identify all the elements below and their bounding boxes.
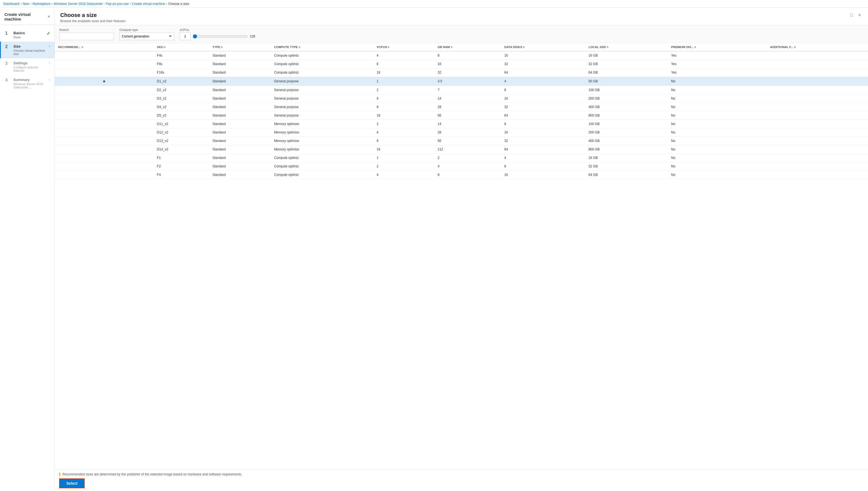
cell-recommended bbox=[55, 137, 154, 145]
cell-type: Standard bbox=[209, 77, 271, 86]
wizard-step-settings[interactable]: 3 Settings Configure optional features › bbox=[0, 58, 54, 75]
table-row[interactable]: D12_v2StandardMemory optimize42816200 GB… bbox=[55, 128, 868, 137]
panel-title: Choose a size bbox=[60, 12, 126, 18]
footer-note-text: Recommended sizes are determined by the … bbox=[62, 472, 242, 476]
breadcrumb-create-vm[interactable]: Create virtual machine bbox=[132, 2, 165, 6]
table-row[interactable]: D14_v2StandardMemory optimize1611264800 … bbox=[55, 145, 868, 154]
cell-gb_ram: 16 bbox=[434, 60, 501, 68]
cell-type: Standard bbox=[209, 120, 271, 128]
cell-data_disks: 32 bbox=[501, 60, 585, 68]
table-row[interactable]: F2StandardCompute optimiz24832 GBNo bbox=[55, 162, 868, 171]
breadcrumb-new[interactable]: New bbox=[23, 2, 29, 6]
cell-additional_f bbox=[767, 111, 868, 120]
table-row[interactable]: F8sStandardCompute optimiz8163232 GBYes bbox=[55, 60, 868, 68]
col-vcpus[interactable]: VCPUS⇅ bbox=[373, 43, 434, 51]
cell-type: Standard bbox=[209, 162, 271, 171]
vcpu-slider[interactable] bbox=[193, 34, 247, 38]
col-gb-ram[interactable]: GB RAM⇅ bbox=[434, 43, 501, 51]
cell-recommended bbox=[55, 68, 154, 77]
cell-local_ssd: 100 GB bbox=[585, 120, 668, 128]
cell-compute_type: Compute optimiz bbox=[271, 60, 373, 68]
cell-local_ssd: 32 GB bbox=[585, 162, 668, 171]
table-row[interactable]: F4StandardCompute optimiz481664 GBNo bbox=[55, 171, 868, 179]
wizard-panel: Create virtual machine × 1 Basics Done ✓… bbox=[0, 8, 55, 491]
cell-recommended bbox=[55, 94, 154, 103]
table-row[interactable]: F16sStandardCompute optimiz16326464 GBYe… bbox=[55, 68, 868, 77]
wizard-step-summary[interactable]: 4 Summary Windows Server 2016 Datacenter… bbox=[0, 75, 54, 92]
wizard-header: Create virtual machine × bbox=[0, 8, 54, 25]
close-wizard-button[interactable]: × bbox=[48, 15, 50, 19]
col-sku[interactable]: SKU⇅ bbox=[154, 43, 209, 51]
cell-additional_f bbox=[767, 162, 868, 171]
table-row[interactable]: D2_v2StandardGeneral purpose278100 GBNo bbox=[55, 86, 868, 94]
col-additional-f[interactable]: ADDITIONAL F...⇅ bbox=[767, 43, 868, 51]
cell-local_ssd: 800 GB bbox=[585, 111, 668, 120]
table-row[interactable]: D3_v2StandardGeneral purpose41416200 GBN… bbox=[55, 94, 868, 103]
close-panel-button[interactable]: × bbox=[857, 12, 863, 18]
col-premium-dis[interactable]: PREMIUM DIS...⇅ bbox=[668, 43, 767, 51]
cell-local_ssd: 200 GB bbox=[585, 94, 668, 103]
table-row[interactable]: F1StandardCompute optimiz12416 GBNo bbox=[55, 154, 868, 162]
step-3-chevron: › bbox=[49, 61, 50, 65]
cell-data_disks: 8 bbox=[501, 162, 585, 171]
cell-recommended bbox=[55, 51, 154, 60]
cell-gb_ram: 7 bbox=[434, 86, 501, 94]
cell-recommended bbox=[55, 60, 154, 68]
cell-sku: D14_v2 bbox=[154, 145, 209, 154]
main-content: Choose a size Browse the available sizes… bbox=[55, 8, 868, 491]
cell-local_ssd: 800 GB bbox=[585, 145, 668, 154]
table-row[interactable]: F4sStandardCompute optimiz481616 GBYes bbox=[55, 51, 868, 60]
col-type[interactable]: TYPE⇅ bbox=[209, 43, 271, 51]
cell-vcpus: 16 bbox=[373, 145, 434, 154]
cell-additional_f bbox=[767, 94, 868, 103]
cell-additional_f bbox=[767, 171, 868, 179]
table-row[interactable]: D4_v2StandardGeneral purpose82832400 GBN… bbox=[55, 103, 868, 111]
cell-type: Standard bbox=[209, 111, 271, 120]
breadcrumb: Dashboard › New › Marketplace › Windows … bbox=[0, 0, 868, 8]
cell-gb_ram: 14 bbox=[434, 120, 501, 128]
cell-compute_type: General purpose bbox=[271, 111, 373, 120]
cell-type: Standard bbox=[209, 60, 271, 68]
cell-data_disks: 4 bbox=[501, 154, 585, 162]
cell-sku: F4 bbox=[154, 171, 209, 179]
panel-subtitle: Browse the available sizes and their fea… bbox=[60, 19, 126, 23]
cell-data_disks: 8 bbox=[501, 120, 585, 128]
compute-type-select[interactable]: Current generation All generations bbox=[119, 33, 174, 40]
col-data-disks[interactable]: DATA DISKS⇅ bbox=[501, 43, 585, 51]
vcpu-min-input[interactable] bbox=[180, 33, 191, 40]
wizard-step-size[interactable]: 2 Size Choose virtual machine size › bbox=[0, 41, 54, 58]
cell-recommended bbox=[55, 162, 154, 171]
table-row[interactable]: ★D1_v2StandardGeneral purpose13.5450 GBN… bbox=[55, 77, 868, 86]
cell-recommended bbox=[55, 128, 154, 137]
cell-sku: F16s bbox=[154, 68, 209, 77]
table-row[interactable]: D13_v2StandardMemory optimize85632400 GB… bbox=[55, 137, 868, 145]
wizard-step-basics[interactable]: 1 Basics Done ✓ bbox=[0, 28, 54, 41]
breadcrumb-product[interactable]: Windows Server 2016 Datacenter - Pay-as-… bbox=[54, 2, 129, 6]
footer-note: Recommended sizes are determined by the … bbox=[59, 472, 864, 476]
cell-premium_dis: No bbox=[668, 128, 767, 137]
footer: Recommended sizes are determined by the … bbox=[55, 469, 868, 491]
table-row[interactable]: D11_v2StandardMemory optimize2148100 GBN… bbox=[55, 120, 868, 128]
wizard-steps: 1 Basics Done ✓ 2 Size Choose virtual ma… bbox=[0, 25, 54, 491]
col-local-ssd[interactable]: LOCAL SSD⇅ bbox=[585, 43, 668, 51]
col-compute-type[interactable]: COMPUTE TYPE⇅ bbox=[271, 43, 373, 51]
search-input[interactable] bbox=[59, 33, 114, 40]
minimize-button[interactable]: □ bbox=[848, 12, 855, 18]
cell-premium_dis: No bbox=[668, 120, 767, 128]
cell-additional_f bbox=[767, 120, 868, 128]
breadcrumb-marketplace[interactable]: Marketplace bbox=[33, 2, 50, 6]
breadcrumb-dashboard[interactable]: Dashboard bbox=[3, 2, 20, 6]
cell-gb_ram: 28 bbox=[434, 128, 501, 137]
cell-data_disks: 32 bbox=[501, 103, 585, 111]
cell-vcpus: 8 bbox=[373, 137, 434, 145]
col-recommended[interactable]: RECOMMEND...⇅ bbox=[55, 43, 154, 51]
cell-compute_type: General purpose bbox=[271, 103, 373, 111]
select-button[interactable]: Select bbox=[59, 479, 85, 488]
table-row[interactable]: D5_v2StandardGeneral purpose165664800 GB… bbox=[55, 111, 868, 120]
cell-recommended: ★ bbox=[55, 77, 154, 86]
cell-additional_f bbox=[767, 77, 868, 86]
step-1-subtitle: Done bbox=[13, 35, 43, 39]
cell-premium_dis: No bbox=[668, 86, 767, 94]
cell-premium_dis: Yes bbox=[668, 68, 767, 77]
cell-data_disks: 16 bbox=[501, 94, 585, 103]
